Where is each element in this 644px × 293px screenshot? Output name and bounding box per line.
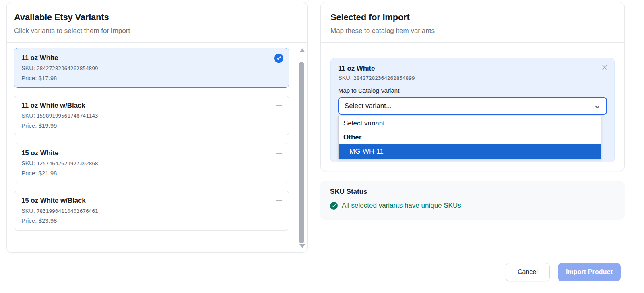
variant-sku: SKU: 78319904110402676461 [21, 208, 282, 214]
catalog-variant-dropdown: Select variant... Other MG-WH-11 [338, 116, 601, 159]
sku-value: 28427282364262854899 [37, 65, 98, 71]
map-to-catalog-variant-label: Map to Catalog Variant [338, 87, 607, 94]
sku-value: 28427282364262854899 [353, 75, 415, 81]
sku-label: SKU: [21, 65, 35, 71]
price-value: $19.99 [39, 122, 57, 129]
sku-label: SKU: [21, 112, 35, 119]
add-variant-icon [275, 196, 283, 205]
available-variants-panel: Available Etsy Variants Click variants t… [6, 2, 308, 253]
sku-label: SKU: [338, 75, 352, 81]
dropdown-group-other: Other [339, 131, 601, 144]
variant-card-11oz-white[interactable]: 11 oz White SKU: 28427282364262854899 Pr… [14, 48, 289, 88]
catalog-variant-select[interactable]: Select variant... [338, 97, 607, 115]
price-label: Price: [21, 122, 37, 129]
dropdown-option-select-variant[interactable]: Select variant... [339, 116, 601, 131]
price-value: $21.98 [39, 170, 57, 177]
variant-name: 15 oz White [21, 149, 282, 157]
variant-sku: SKU: 15989199561748741143 [21, 112, 282, 119]
success-check-icon [330, 202, 338, 210]
available-variants-title: Available Etsy Variants [14, 12, 300, 23]
variant-card-15oz-white[interactable]: 15 oz White SKU: 12574642623977392868 Pr… [14, 143, 289, 183]
header-divider [321, 42, 624, 43]
dropdown-option-mg-wh-11[interactable]: MG-WH-11 [339, 144, 601, 159]
sku-value: 78319904110402676461 [37, 208, 98, 214]
variant-sku: SKU: 12574642623977392868 [21, 160, 282, 166]
variant-name: 11 oz White [21, 54, 282, 62]
variant-name: 11 oz White w/Black [21, 102, 282, 110]
selected-for-import-header: Selected for Import Map these to catalog… [321, 2, 624, 42]
variant-price: Price: $17.98 [21, 75, 282, 81]
add-variant-icon [275, 149, 283, 158]
variant-sku: SKU: 28427282364262854899 [21, 65, 282, 71]
selected-for-import-panel: Selected for Import Map these to catalog… [320, 2, 625, 171]
add-variant-icon [275, 101, 283, 110]
variant-price: Price: $21.98 [21, 170, 282, 177]
scroll-down-icon[interactable] [299, 244, 305, 248]
available-variants-subtitle: Click variants to select them for import [14, 27, 300, 35]
cancel-button[interactable]: Cancel [506, 263, 550, 281]
variant-list: 11 oz White SKU: 28427282364262854899 Pr… [7, 43, 307, 231]
price-label: Price: [21, 217, 37, 224]
price-label: Price: [21, 75, 37, 81]
price-value: $23.98 [39, 217, 57, 224]
variant-list-scrollbar[interactable] [299, 46, 305, 249]
variant-price: Price: $23.98 [21, 217, 282, 224]
dialog-footer: Cancel Import Product [506, 263, 621, 281]
import-product-button[interactable]: Import Product [558, 263, 621, 281]
sku-status-message: All selected variants have unique SKUs [342, 202, 461, 210]
selected-check-icon [274, 54, 283, 63]
selected-variant-card: 11 oz White SKU: 28427282364262854899 Ma… [330, 58, 615, 162]
variant-card-15oz-white-black[interactable]: 15 oz White w/Black SKU: 783199041104026… [14, 191, 289, 231]
remove-variant-icon[interactable] [601, 63, 609, 71]
select-current-value: Select variant... [345, 102, 392, 110]
selected-variant-name: 11 oz White [338, 64, 607, 73]
price-value: $17.98 [39, 75, 57, 81]
sku-value: 12574642623977392868 [37, 160, 98, 166]
sku-status-panel: SKU Status All selected variants have un… [320, 181, 625, 220]
scrollbar-thumb[interactable] [299, 62, 304, 243]
selected-for-import-title: Selected for Import [330, 12, 617, 23]
sku-value: 15989199561748741143 [37, 113, 98, 119]
available-variants-header: Available Etsy Variants Click variants t… [7, 2, 307, 42]
variant-name: 15 oz White w/Black [21, 197, 282, 205]
sku-status-title: SKU Status [330, 188, 615, 196]
sku-label: SKU: [21, 160, 35, 166]
selected-variant-sku: SKU: 28427282364262854899 [338, 75, 607, 81]
selected-for-import-subtitle: Map these to catalog item variants [330, 27, 617, 35]
sku-label: SKU: [21, 208, 35, 214]
variant-card-11oz-white-black[interactable]: 11 oz White w/Black SKU: 159891995617487… [14, 96, 289, 135]
price-label: Price: [21, 170, 37, 177]
variant-price: Price: $19.99 [21, 122, 282, 129]
sku-status-row: All selected variants have unique SKUs [330, 202, 615, 210]
scroll-up-icon[interactable] [299, 48, 305, 52]
chevron-down-icon [593, 103, 601, 111]
